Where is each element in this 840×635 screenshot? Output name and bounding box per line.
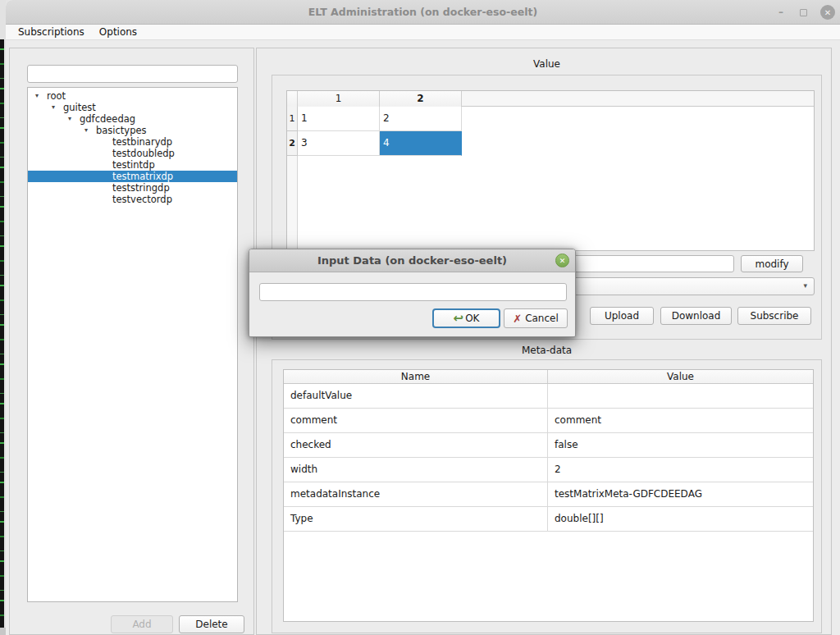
metadata-value-cell[interactable]: testMatrixMeta-GDFCDEEDAG <box>548 482 813 506</box>
tree-filter-input[interactable] <box>27 65 238 83</box>
tree-item-label: testvectordp <box>112 194 172 205</box>
upload-button[interactable]: Upload <box>590 307 654 325</box>
tree-item-label: testmatrixdp <box>112 171 173 182</box>
tree-item-teststringdp[interactable]: teststringdp <box>28 182 237 194</box>
menu-subscriptions[interactable]: Subscriptions <box>11 26 92 38</box>
value-col-header-2[interactable]: 2 <box>380 91 462 107</box>
value-table-corner <box>287 91 298 107</box>
metadata-value-cell[interactable] <box>548 384 813 408</box>
dialog-titlebar[interactable]: Input Data (on docker-eso-eelt) ✕ <box>249 249 575 272</box>
metadata-row-width[interactable]: width2 <box>284 458 813 482</box>
value-row-header-2[interactable]: 2 <box>287 131 298 156</box>
menu-options[interactable]: Options <box>92 26 144 38</box>
value-cell-2-2[interactable]: 4 <box>380 131 462 156</box>
cancel-button[interactable]: ✗ Cancel <box>504 308 568 328</box>
tree-item-testmatrixdp[interactable]: testmatrixdp <box>28 171 237 182</box>
download-button[interactable]: Download <box>660 307 732 325</box>
value-cell-2-1[interactable]: 3 <box>298 131 380 156</box>
cancel-label: Cancel <box>525 313 559 324</box>
metadata-col-value[interactable]: Value <box>548 370 813 383</box>
value-table[interactable]: 1 2 1 2 1 2 3 4 <box>286 90 815 251</box>
metadata-group-title: Meta-data <box>272 345 822 356</box>
desktop-background-strip <box>0 0 6 635</box>
value-col-header-1[interactable]: 1 <box>298 91 380 107</box>
desktop-bottom-strip <box>0 628 6 635</box>
tree-item-label: testbinarydp <box>112 136 172 148</box>
tree-item-label: teststringdp <box>112 182 170 194</box>
cancel-x-icon: ✗ <box>513 313 522 324</box>
tree-view[interactable]: ▾root▾guitest▾gdfcdeedag▾basictypestestb… <box>27 87 238 602</box>
metadata-group: Name Value defaultValuecommentcommentche… <box>272 359 822 633</box>
tree-item-testvectordp[interactable]: testvectordp <box>28 194 237 205</box>
metadata-value-cell[interactable]: comment <box>548 409 813 432</box>
chevron-down-icon: ▾ <box>803 281 807 290</box>
close-icon[interactable]: ✕ <box>820 5 835 20</box>
ok-button[interactable]: ↩ OK <box>432 308 500 328</box>
detail-panel: Value 1 2 1 2 1 2 3 4 <box>256 48 832 635</box>
metadata-name-cell[interactable]: width <box>284 458 548 482</box>
terminal-window-sliver <box>0 39 4 628</box>
metadata-table[interactable]: Name Value defaultValuecommentcommentche… <box>283 369 814 622</box>
metadata-name-cell[interactable]: comment <box>284 409 548 432</box>
value-cell-1-2[interactable]: 2 <box>380 107 462 131</box>
tree-item-testdoubledp[interactable]: testdoubledp <box>28 148 237 159</box>
window-controls: – ✕ <box>775 0 835 25</box>
metadata-value-cell[interactable]: 2 <box>548 458 813 482</box>
maximize-icon[interactable] <box>800 9 807 16</box>
metadata-rows: defaultValuecommentcommentcheckedfalsewi… <box>284 384 813 532</box>
subscribe-button[interactable]: Subscribe <box>737 307 811 325</box>
metadata-name-cell[interactable]: Type <box>284 507 548 531</box>
metadata-row-defaultValue[interactable]: defaultValue <box>284 384 813 409</box>
tree-item-label: guitest <box>63 102 96 113</box>
value-cell-1-1[interactable]: 1 <box>298 107 380 131</box>
tree-item-gdfcdeedag[interactable]: ▾gdfcdeedag <box>28 113 237 125</box>
metadata-name-cell[interactable]: metadataInstance <box>284 482 548 506</box>
input-data-dialog: Input Data (on docker-eso-eelt) ✕ ↩ OK ✗… <box>249 249 576 337</box>
delete-button[interactable]: Delete <box>179 615 244 633</box>
tree-expander-icon[interactable]: ▾ <box>52 102 63 113</box>
metadata-row-checked[interactable]: checkedfalse <box>284 433 813 458</box>
tree-item-root[interactable]: ▾root <box>28 90 237 102</box>
window-title: ELT Administration (on docker-eso-eelt) <box>6 6 840 18</box>
metadata-name-cell[interactable]: checked <box>284 433 548 457</box>
dialog-title: Input Data (on docker-eso-eelt) <box>249 254 575 267</box>
tree-item-testbinarydp[interactable]: testbinarydp <box>28 136 237 148</box>
metadata-row-comment[interactable]: commentcomment <box>284 409 813 433</box>
metadata-table-header: Name Value <box>284 370 813 384</box>
metadata-value-cell[interactable]: false <box>548 433 813 457</box>
tree-item-label: root <box>47 90 66 102</box>
tree-expander-icon[interactable]: ▾ <box>35 90 47 102</box>
titlebar[interactable]: ELT Administration (on docker-eso-eelt) … <box>6 0 840 25</box>
tree-item-label: basictypes <box>96 125 147 136</box>
tree-item-label: testdoubledp <box>112 148 175 159</box>
value-row-header-1[interactable]: 1 <box>287 107 298 131</box>
tree-expander-icon[interactable]: ▾ <box>68 113 80 125</box>
tree-item-label: gdfcdeedag <box>80 113 135 125</box>
ok-arrow-icon: ↩ <box>454 313 464 325</box>
tree-item-basictypes[interactable]: ▾basictypes <box>28 125 237 136</box>
dialog-close-icon[interactable]: ✕ <box>555 254 569 267</box>
metadata-row-Type[interactable]: Typedouble[][] <box>284 507 813 532</box>
metadata-value-cell[interactable]: double[][] <box>548 507 813 531</box>
tree-panel: ▾root▾guitest▾gdfcdeedag▾basictypestestb… <box>9 48 254 635</box>
add-button[interactable]: Add <box>111 615 173 633</box>
window-body: ▾root▾guitest▾gdfcdeedag▾basictypestestb… <box>6 40 840 635</box>
ok-label: OK <box>465 313 479 324</box>
dialog-input[interactable] <box>259 283 567 301</box>
minimize-icon[interactable]: – <box>775 0 787 25</box>
tree-item-guitest[interactable]: ▾guitest <box>28 102 237 113</box>
menubar: Subscriptions Options <box>6 25 840 40</box>
screen: ELT Administration (on docker-eso-eelt) … <box>0 0 840 635</box>
metadata-name-cell[interactable]: defaultValue <box>284 384 548 408</box>
tree-item-label: testintdp <box>112 159 155 171</box>
metadata-row-metadataInstance[interactable]: metadataInstancetestMatrixMeta-GDFCDEEDA… <box>284 482 813 507</box>
modify-button[interactable]: modify <box>741 255 803 272</box>
value-group-title: Value <box>272 58 822 70</box>
tree-item-testintdp[interactable]: testintdp <box>28 159 237 171</box>
tree-expander-icon[interactable]: ▾ <box>84 125 96 136</box>
metadata-col-name[interactable]: Name <box>284 370 548 383</box>
